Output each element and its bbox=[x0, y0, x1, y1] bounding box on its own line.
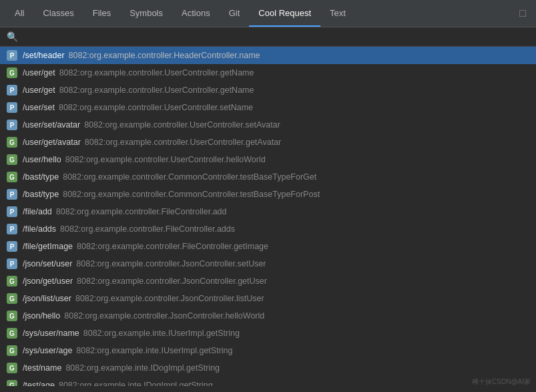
list-item[interactable]: G/sys/user/name8082:org.example.inte.IUs… bbox=[0, 325, 536, 342]
search-bar: 🔍 bbox=[0, 27, 536, 47]
list-item[interactable]: G/user/get8082:org.example.controller.Us… bbox=[0, 64, 536, 81]
tab-classes[interactable]: Classes bbox=[33, 0, 83, 27]
item-detail: 8082:org.example.controller.UserControll… bbox=[85, 138, 281, 147]
list-item[interactable]: G/json/get/user8082:org.example.controll… bbox=[0, 272, 536, 290]
search-icon: 🔍 bbox=[7, 31, 18, 42]
list-item[interactable]: P/user/get8082:org.example.controller.Us… bbox=[0, 81, 536, 99]
item-detail: 8082:org.example.controller.UserControll… bbox=[59, 103, 253, 112]
tab-expand-button[interactable]: □ bbox=[515, 5, 531, 21]
item-badge: P bbox=[7, 241, 17, 252]
list-item[interactable]: P/file/getImage8082:org.example.controll… bbox=[0, 238, 536, 255]
item-path: /sys/user/age bbox=[23, 346, 72, 355]
list-item[interactable]: G/json/list/user8082:org.example.control… bbox=[0, 290, 536, 307]
list-item[interactable]: G/test/name8082:org.example.inte.IDogImp… bbox=[0, 359, 536, 377]
list-item[interactable]: P/user/set/avatar8082:org.example.contro… bbox=[0, 116, 536, 134]
item-detail: 8082:org.example.controller.UserControll… bbox=[84, 120, 280, 130]
watermark: 稀十抹CSDN@AI家 bbox=[472, 377, 531, 387]
item-path: /user/get/avatar bbox=[23, 138, 81, 147]
item-detail: 8082:org.example.controller.UserControll… bbox=[59, 68, 254, 77]
item-detail: 8082:org.example.controller.JsonControll… bbox=[75, 294, 264, 303]
item-path: /json/list/user bbox=[23, 294, 71, 303]
list-item[interactable]: P/user/set8082:org.example.controller.Us… bbox=[0, 99, 536, 116]
list-item[interactable]: P/set/header8082:org.example.controller.… bbox=[0, 47, 536, 64]
item-path: /file/adds bbox=[23, 224, 56, 234]
item-path: /user/set/avatar bbox=[23, 120, 80, 130]
item-badge: G bbox=[7, 311, 17, 321]
item-detail: 8082:org.example.inte.IDogImpl.getString bbox=[59, 381, 213, 386]
item-badge: P bbox=[7, 120, 17, 130]
item-path: /json/set/user bbox=[23, 259, 72, 268]
tab-cool-request[interactable]: Cool Request bbox=[249, 0, 320, 27]
item-path: /file/add bbox=[23, 207, 52, 216]
list-item[interactable]: G/test/age8082:org.example.inte.IDogImpl… bbox=[0, 377, 536, 386]
list-item[interactable]: P/file/adds8082:org.example.controller.F… bbox=[0, 220, 536, 238]
item-path: /file/getImage bbox=[23, 242, 73, 251]
tab-git[interactable]: Git bbox=[220, 0, 250, 27]
item-path: /user/get bbox=[23, 85, 55, 95]
search-input[interactable] bbox=[22, 32, 529, 42]
item-detail: 8082:org.example.controller.CommonContro… bbox=[63, 172, 316, 182]
item-path: /test/name bbox=[23, 363, 61, 373]
tab-symbols[interactable]: Symbols bbox=[120, 0, 172, 27]
item-detail: 8082:org.example.controller.JsonControll… bbox=[64, 311, 264, 321]
item-detail: 8082:org.example.controller.JsonControll… bbox=[76, 259, 266, 268]
item-detail: 8082:org.example.controller.FileControll… bbox=[60, 224, 235, 234]
item-badge: P bbox=[7, 206, 17, 217]
item-badge: G bbox=[7, 67, 17, 78]
item-path: /user/set bbox=[23, 103, 55, 112]
item-detail: 8082:org.example.controller.FileControll… bbox=[56, 207, 227, 216]
item-detail: 8082:org.example.controller.CommonContro… bbox=[63, 190, 320, 199]
tab-all[interactable]: All bbox=[5, 0, 33, 27]
item-path: /json/get/user bbox=[23, 276, 73, 286]
item-badge: P bbox=[7, 50, 17, 61]
tab-actions[interactable]: Actions bbox=[172, 0, 220, 27]
item-badge: G bbox=[7, 172, 17, 182]
list-item[interactable]: P/json/set/user8082:org.example.controll… bbox=[0, 255, 536, 272]
item-badge: G bbox=[7, 154, 17, 165]
item-badge: P bbox=[7, 85, 17, 95]
list-item[interactable]: P/file/add8082:org.example.controller.Fi… bbox=[0, 203, 536, 220]
item-badge: G bbox=[7, 345, 17, 356]
list-item[interactable]: P/bast/type8082:org.example.controller.C… bbox=[0, 186, 536, 203]
item-path: /json/hello bbox=[23, 311, 60, 321]
item-detail: 8082:org.example.controller.FileControll… bbox=[77, 242, 268, 251]
item-badge: G bbox=[7, 380, 17, 386]
item-badge: P bbox=[7, 258, 17, 269]
item-badge: G bbox=[7, 137, 17, 148]
item-badge: P bbox=[7, 102, 17, 113]
item-detail: 8082:org.example.controller.HeaderContro… bbox=[69, 51, 260, 60]
tabs-bar: AllClassesFilesSymbolsActionsGitCool Req… bbox=[0, 0, 536, 27]
item-detail: 8082:org.example.inte.IUserImpl.getStrin… bbox=[83, 329, 240, 338]
item-path: /user/hello bbox=[23, 155, 61, 164]
item-detail: 8082:org.example.controller.UserControll… bbox=[59, 85, 254, 95]
item-detail: 8082:org.example.controller.JsonControll… bbox=[77, 276, 267, 286]
item-detail: 8082:org.example.inte.IDogImpl.getString bbox=[65, 363, 220, 373]
item-badge: G bbox=[7, 328, 17, 339]
list-item[interactable]: G/user/hello8082:org.example.controller.… bbox=[0, 151, 536, 168]
item-detail: 8082:org.example.inte.IUserImpl.getStrin… bbox=[76, 346, 232, 355]
list-item[interactable]: G/bast/type8082:org.example.controller.C… bbox=[0, 168, 536, 186]
item-badge: P bbox=[7, 189, 17, 200]
results-list: P/set/header8082:org.example.controller.… bbox=[0, 47, 536, 386]
list-item[interactable]: G/json/hello8082:org.example.controller.… bbox=[0, 307, 536, 325]
item-badge: G bbox=[7, 276, 17, 286]
item-badge: G bbox=[7, 363, 17, 373]
item-path: /bast/type bbox=[23, 172, 59, 182]
item-badge: P bbox=[7, 224, 17, 234]
list-item[interactable]: G/sys/user/age8082:org.example.inte.IUse… bbox=[0, 342, 536, 359]
item-path: /user/get bbox=[23, 68, 55, 77]
list-item[interactable]: G/user/get/avatar8082:org.example.contro… bbox=[0, 134, 536, 151]
tab-text[interactable]: Text bbox=[320, 0, 355, 27]
tab-files[interactable]: Files bbox=[83, 0, 120, 27]
item-detail: 8082:org.example.controller.UserControll… bbox=[65, 155, 266, 164]
item-path: /set/header bbox=[23, 51, 65, 60]
item-badge: G bbox=[7, 293, 17, 304]
item-path: /bast/type bbox=[23, 190, 59, 199]
item-path: /sys/user/name bbox=[23, 329, 79, 338]
item-path: /test/age bbox=[23, 381, 55, 386]
